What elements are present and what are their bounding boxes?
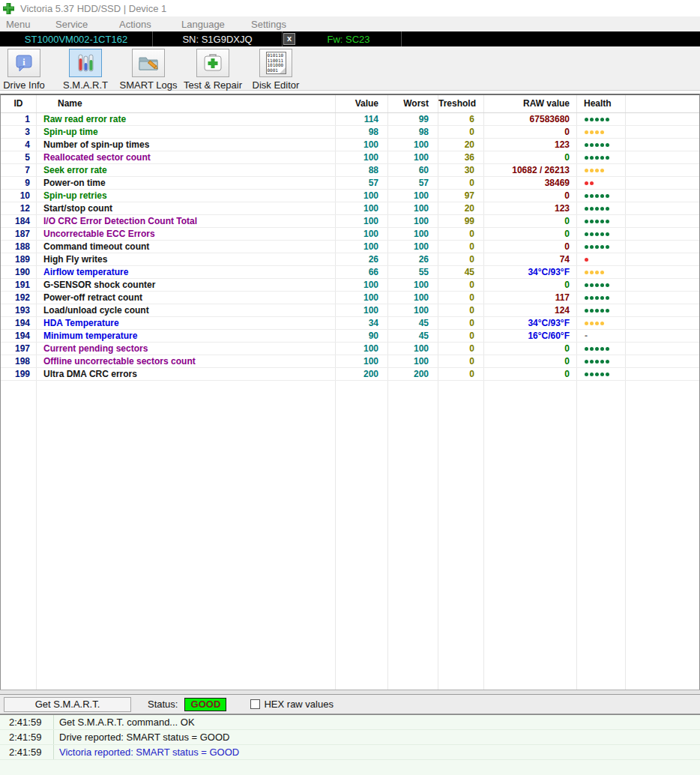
health-dot [590, 220, 594, 223]
cell-id: 198 [1, 355, 37, 367]
table-row[interactable]: 187 Uncorrectable ECC Errors 100 100 0 0 [1, 228, 699, 241]
cell-value: 26 [336, 253, 388, 265]
cell-raw-value: 0 [484, 190, 577, 202]
victoria-window: Victoria 5.37 HDD/SSD | Device 1 Menu Se… [0, 0, 700, 775]
cell-empty [626, 330, 699, 342]
health-dot [600, 283, 604, 287]
cell-treshold: 30 [438, 164, 484, 176]
table-row[interactable]: 191 G-SENSOR shock counter 100 100 0 0 [1, 279, 699, 292]
test-repair-button[interactable]: Test & Repair [178, 49, 247, 91]
table-row[interactable]: 7 Seek error rate 88 60 30 10682 / 26213 [1, 164, 699, 177]
cell-name: Uncorrectable ECC Errors [37, 228, 336, 240]
cell-health [577, 292, 626, 304]
table-row[interactable]: 5 Reallocated sector count 100 100 36 0 [1, 151, 699, 164]
table-row[interactable]: 193 Load/unload cycle count 100 100 0 12… [1, 304, 699, 317]
hex-raw-values-checkbox[interactable] [250, 699, 260, 709]
table-row[interactable]: 12 Start/stop count 100 100 20 123 [1, 202, 699, 215]
cell-id: 10 [1, 190, 37, 202]
cell-name: High Fly writes [37, 253, 336, 265]
cell-raw-value: 0 [484, 241, 577, 253]
table-row[interactable]: 9 Power-on time 57 57 0 38469 [1, 177, 699, 190]
cell-empty [626, 190, 699, 202]
cell-empty [626, 113, 699, 125]
cell-value: 57 [336, 177, 388, 189]
status-bar: Get S.M.A.R.T. Status: GOOD HEX raw valu… [0, 694, 700, 714]
cell-empty [626, 164, 699, 176]
cell-raw-value: 123 [484, 139, 577, 151]
menu-item-settings[interactable]: Settings [251, 19, 286, 30]
cell-name: Spin-up retries [37, 190, 336, 202]
table-row[interactable]: 10 Spin-up retries 100 100 97 0 [1, 190, 699, 202]
smart-logs-button[interactable]: SMART Logs [118, 49, 178, 91]
cell-raw-value: 34°C/93°F [484, 266, 577, 278]
cell-id: 187 [1, 228, 37, 240]
drive-info-bar: ST1000VM002-1CT162 SN: S1G9DXJQ x Fw: SC… [0, 31, 700, 46]
column-header-worst: Worst [388, 95, 438, 112]
table-row[interactable]: 184 I/O CRC Error Detection Count Total … [1, 215, 699, 228]
cell-empty [626, 228, 699, 240]
health-dot [585, 130, 588, 134]
cell-health [577, 241, 626, 253]
cell-worst: 45 [388, 317, 438, 329]
health-dot [600, 296, 604, 300]
smart-button[interactable]: S.M.A.R.T [62, 49, 109, 91]
health-dot [595, 360, 599, 364]
health-dot [590, 271, 594, 274]
table-row[interactable]: 1 Raw read error rate 114 99 6 67583680 [1, 113, 699, 126]
table-row[interactable]: 194 Minimum temperature 90 45 0 16°C/60°… [1, 330, 699, 343]
menu-item-service[interactable]: Service [55, 19, 119, 30]
health-dot [585, 322, 588, 325]
cell-treshold: 20 [438, 202, 484, 214]
status-badge: GOOD [184, 698, 226, 711]
cell-worst: 45 [388, 330, 438, 342]
drive-serial: SN: S1G9DXJQ [153, 31, 283, 46]
health-dot [606, 156, 609, 160]
cell-id: 3 [1, 126, 37, 138]
table-row[interactable]: 199 Ultra DMA CRC errors 200 200 0 0 [1, 368, 699, 381]
cell-empty [626, 241, 699, 253]
table-row[interactable]: 188 Command timeout count 100 100 0 0 [1, 241, 699, 253]
health-dot [590, 194, 594, 198]
cell-health [577, 164, 626, 176]
cell-value: 98 [336, 126, 388, 138]
disk-editor-button[interactable]: 010110 110011 101000 0001 Disk Editor [249, 49, 303, 91]
menu-item-actions[interactable]: Actions [119, 19, 181, 30]
status-label: Status: [148, 699, 178, 710]
table-row[interactable]: 190 Airflow temperature 66 55 45 34°C/93… [1, 266, 699, 279]
health-dot [585, 283, 588, 287]
cell-treshold: 36 [438, 151, 484, 163]
cell-health [577, 253, 626, 265]
cell-name: Spin-up time [37, 126, 336, 138]
cell-treshold: 0 [438, 317, 484, 329]
menu-item-language[interactable]: Language [181, 19, 251, 30]
cell-name: I/O CRC Error Detection Count Total [37, 215, 336, 227]
cell-health [577, 228, 626, 240]
table-row[interactable]: 4 Number of spin-up times 100 100 20 123 [1, 139, 699, 151]
cell-health [577, 151, 626, 163]
get-smart-button[interactable]: Get S.M.A.R.T. [4, 697, 131, 712]
cell-treshold: 99 [438, 215, 484, 227]
health-dot [585, 220, 588, 223]
cell-worst: 100 [388, 343, 438, 355]
close-device-button[interactable]: x [283, 33, 295, 45]
table-row[interactable]: 194 HDA Temperature 34 45 0 34°C/93°F [1, 317, 699, 330]
cell-empty [626, 292, 699, 304]
menu-item-menu[interactable]: Menu [6, 19, 55, 30]
cell-value: 100 [336, 292, 388, 304]
hex-raw-values-label: HEX raw values [264, 699, 333, 710]
table-row[interactable]: 197 Current pending sectors 100 100 0 0 [1, 343, 699, 355]
drive-info-button[interactable]: i Drive Info [0, 49, 48, 91]
cell-health [577, 355, 626, 367]
table-row[interactable]: 198 Offline uncorrectable sectors count … [1, 355, 699, 368]
cell-name: Current pending sectors [37, 343, 336, 355]
cell-id: 7 [1, 164, 37, 176]
health-dot [595, 118, 599, 121]
health-dot [590, 130, 594, 134]
table-row[interactable]: 189 High Fly writes 26 26 0 74 [1, 253, 699, 266]
first-aid-icon [196, 49, 229, 77]
log-timestamp: 2:41:59 [0, 730, 54, 744]
cell-value: 100 [336, 279, 388, 291]
health-dot [585, 309, 588, 313]
table-row[interactable]: 3 Spin-up time 98 98 0 0 [1, 126, 699, 139]
table-row[interactable]: 192 Power-off retract count 100 100 0 11… [1, 292, 699, 304]
